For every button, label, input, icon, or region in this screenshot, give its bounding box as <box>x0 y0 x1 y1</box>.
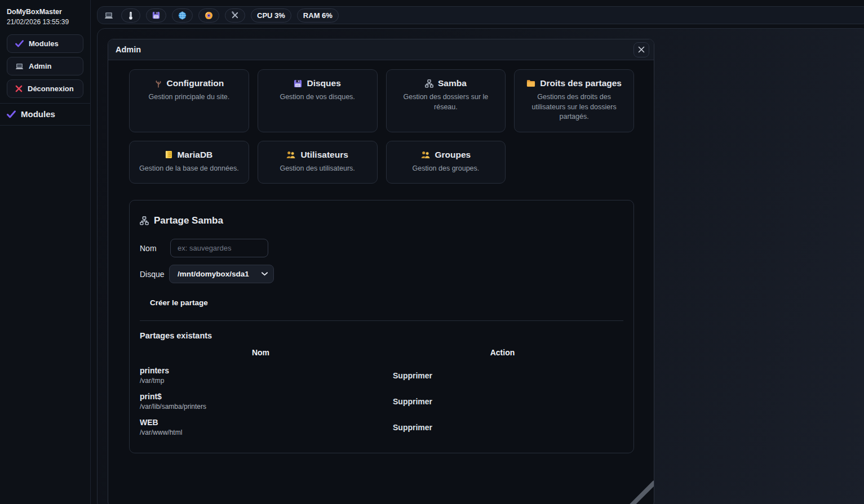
network-button[interactable] <box>172 8 193 23</box>
share-name-input[interactable] <box>170 239 268 257</box>
ledger-icon <box>165 150 172 159</box>
card-subtitle: Gestion des groupes. <box>392 164 500 174</box>
app-title: DoMyBoxMaster <box>7 8 83 16</box>
users-icon <box>421 151 431 159</box>
check-icon <box>7 110 16 118</box>
card-droits-partages[interactable]: Droits des partages Gestions des droits … <box>514 69 634 132</box>
network-nodes-icon <box>140 216 149 225</box>
share-path: /var/lib/samba/printers <box>140 403 382 411</box>
name-label: Nom <box>140 244 170 253</box>
table-row: WEB /var/www/html Supprimer <box>140 414 623 440</box>
disc-icon <box>205 11 213 20</box>
sidebar-item-logout[interactable]: Déconnexion <box>7 79 83 98</box>
disk-select[interactable]: /mnt/domybox/sda1 <box>169 265 274 283</box>
delete-share-button[interactable]: Supprimer <box>393 423 432 432</box>
folder-icon <box>526 79 535 87</box>
users-icon <box>286 151 296 159</box>
check-icon <box>15 40 24 47</box>
globe-icon <box>178 11 187 20</box>
sidebar-item-modules[interactable]: Modules <box>7 34 83 53</box>
datetime: 21/02/2026 13:55:39 <box>7 18 83 26</box>
ram-badge[interactable]: RAM 6% <box>297 8 339 23</box>
card-subtitle: Gestion de la base de données. <box>135 164 243 174</box>
floppy-icon <box>152 11 160 19</box>
tools-button[interactable] <box>225 8 245 23</box>
card-title: Samba <box>438 78 467 88</box>
close-icon <box>638 46 645 53</box>
divider <box>140 320 623 321</box>
card-disques[interactable]: Disques Gestion de vos disques. <box>258 69 378 132</box>
column-header-action: Action <box>382 348 623 363</box>
sidebar-item-label: Admin <box>29 62 51 70</box>
delete-share-button[interactable]: Supprimer <box>393 397 432 406</box>
card-title: Disques <box>307 78 340 88</box>
card-groupes[interactable]: Groupes Gestion des groupes. <box>386 141 506 184</box>
share-path: /var/tmp <box>140 377 382 385</box>
shares-table: Nom Action printers /var/tmp Supprimer <box>140 348 623 440</box>
cpu-label: CPU 3% <box>257 11 285 20</box>
samba-panel: Partage Samba Nom Disque /mnt/domybox/sd… <box>129 200 634 453</box>
card-mariadb[interactable]: MariaDB Gestion de la base de données. <box>129 141 249 184</box>
share-path: /var/www/html <box>140 429 382 436</box>
share-name: printers <box>140 366 382 375</box>
module-cards: Configuration Gestion principale du site… <box>129 69 634 184</box>
sidebar-item-admin[interactable]: Admin <box>7 57 83 75</box>
close-button[interactable] <box>633 42 649 57</box>
floppy-icon <box>294 79 302 88</box>
card-samba[interactable]: Samba Gestion des dossiers sur le réseau… <box>386 69 506 132</box>
sidebar-section-modules: Modules <box>0 103 91 126</box>
card-utilisateurs[interactable]: Utilisateurs Gestion des utilisateurs. <box>258 141 378 184</box>
card-title: Groupes <box>435 150 471 160</box>
existing-shares-title: Partages existants <box>140 331 623 340</box>
window-body: Configuration Gestion principale du site… <box>108 60 654 453</box>
sidebar: DoMyBoxMaster 21/02/2026 13:55:39 Module… <box>0 0 91 504</box>
status-topbar: CPU 3% RAM 6% <box>97 6 864 24</box>
ram-label: RAM 6% <box>303 11 333 20</box>
card-subtitle: Gestions des droits des utilisateurs sur… <box>520 92 628 122</box>
table-row: printers /var/tmp Supprimer <box>140 363 623 389</box>
tools-icon <box>231 11 239 19</box>
admin-window: Admin Configuration Gestion principal <box>108 39 654 504</box>
table-row: print$ /var/lib/samba/printers Supprimer <box>140 389 623 414</box>
thermometer-icon <box>129 11 133 20</box>
share-name: WEB <box>140 418 382 427</box>
share-name: print$ <box>140 392 382 401</box>
card-subtitle: Gestion principale du site. <box>135 92 243 102</box>
create-share-button[interactable]: Créer le partage <box>150 294 208 311</box>
disk-label: Disque <box>140 270 170 279</box>
media-button[interactable] <box>198 8 219 23</box>
card-subtitle: Gestion de vos disques. <box>264 92 371 102</box>
window-header[interactable]: Admin <box>108 39 654 60</box>
card-subtitle: Gestion des utilisateurs. <box>264 164 371 174</box>
network-nodes-icon <box>425 79 433 88</box>
window-resize-handle[interactable] <box>626 480 654 504</box>
card-title: Configuration <box>167 78 224 88</box>
window-title: Admin <box>116 45 141 54</box>
laptop-icon <box>104 12 113 19</box>
panel-title: Partage Samba <box>154 215 223 226</box>
card-configuration[interactable]: Configuration Gestion principale du site… <box>129 69 249 132</box>
temperature-button[interactable] <box>121 8 140 23</box>
tree-icon <box>154 79 162 88</box>
laptop-icon <box>15 63 24 70</box>
sidebar-item-label: Déconnexion <box>28 84 74 93</box>
card-title: Droits des partages <box>540 78 622 88</box>
cpu-badge[interactable]: CPU 3% <box>251 8 291 23</box>
card-title: Utilisateurs <box>300 150 348 160</box>
desktop-area: Admin Configuration Gestion principal <box>97 28 864 504</box>
red-x-icon <box>15 85 23 92</box>
sidebar-item-label: Modules <box>29 39 59 48</box>
disks-button[interactable] <box>146 8 166 23</box>
system-button[interactable] <box>102 8 116 22</box>
column-header-nom: Nom <box>140 348 382 363</box>
delete-share-button[interactable]: Supprimer <box>393 371 432 380</box>
card-title: MariaDB <box>177 150 212 160</box>
card-subtitle: Gestion des dossiers sur le réseau. <box>392 92 500 112</box>
sidebar-section-title: Modules <box>21 109 55 119</box>
